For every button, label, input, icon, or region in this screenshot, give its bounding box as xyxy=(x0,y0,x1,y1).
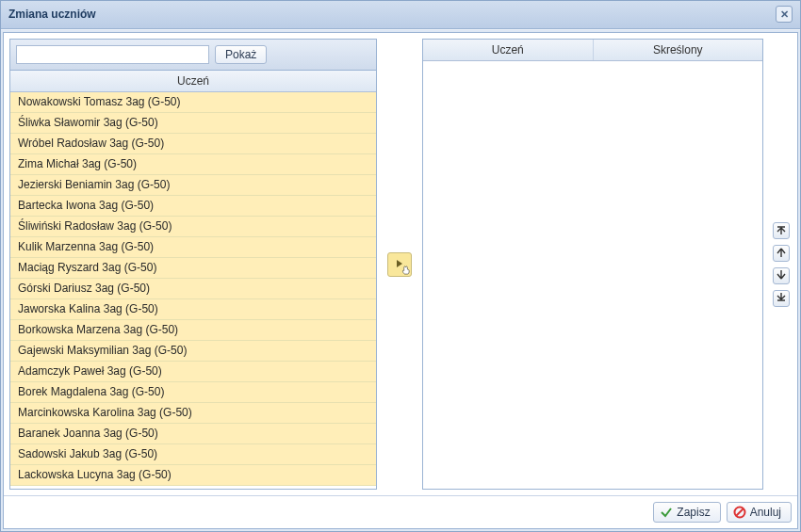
list-item[interactable]: Śliwka Sławomir 3ag (G-50) xyxy=(10,113,376,134)
arrow-up-icon xyxy=(776,248,786,259)
arrow-bottom-icon xyxy=(776,293,786,304)
left-rows: Nowakowski Tomasz 3ag (G-50)Śliwka Sławo… xyxy=(10,92,376,489)
svg-line-1 xyxy=(736,509,743,516)
move-bottom-button[interactable] xyxy=(773,290,790,307)
left-headers: Uczeń xyxy=(10,71,376,92)
check-icon xyxy=(660,506,673,519)
footer: Zapisz Anuluj xyxy=(4,495,797,528)
list-item[interactable]: Lackowska Lucyna 3ag (G-50) xyxy=(10,465,376,486)
chevron-right-icon xyxy=(395,258,404,271)
arrow-top-icon xyxy=(776,225,786,236)
cancel-icon xyxy=(733,506,746,519)
list-item[interactable]: Jezierski Beniamin 3ag (G-50) xyxy=(10,175,376,196)
right-header-uczen[interactable]: Uczeń xyxy=(423,40,594,60)
body: Pokaż Uczeń Nowakowski Tomasz 3ag (G-50)… xyxy=(3,32,798,529)
content: Pokaż Uczeń Nowakowski Tomasz 3ag (G-50)… xyxy=(4,33,797,495)
move-up-button[interactable] xyxy=(773,245,790,262)
search-input[interactable] xyxy=(16,45,209,64)
list-item[interactable]: Kulik Marzenna 3ag (G-50) xyxy=(10,237,376,258)
list-item[interactable]: Bartecka Iwona 3ag (G-50) xyxy=(10,196,376,217)
body-outer: Pokaż Uczeń Nowakowski Tomasz 3ag (G-50)… xyxy=(1,29,800,531)
show-button[interactable]: Pokaż xyxy=(215,45,267,64)
list-item[interactable]: Jaworska Kalina 3ag (G-50) xyxy=(10,299,376,320)
reorder-buttons xyxy=(773,39,792,490)
middle-column xyxy=(386,39,413,490)
list-item[interactable]: Nowakowski Tomasz 3ag (G-50) xyxy=(10,92,376,113)
close-button[interactable]: ✕ xyxy=(776,6,793,23)
list-item[interactable]: Maciąg Ryszard 3ag (G-50) xyxy=(10,258,376,279)
cancel-button[interactable]: Anuluj xyxy=(727,502,792,523)
list-item[interactable]: Marcinkowska Karolina 3ag (G-50) xyxy=(10,403,376,424)
move-right-button[interactable] xyxy=(387,252,412,277)
list-item[interactable]: Borek Magdalena 3ag (G-50) xyxy=(10,382,376,403)
list-item[interactable]: Śliwiński Radosław 3ag (G-50) xyxy=(10,217,376,237)
list-item[interactable]: Adamczyk Paweł 3ag (G-50) xyxy=(10,362,376,382)
list-item[interactable]: Gajewski Maksymilian 3ag (G-50) xyxy=(10,341,376,362)
right-headers: Uczeń Skreślony xyxy=(423,40,762,61)
arrow-down-icon xyxy=(776,270,786,282)
list-item[interactable]: Baranek Joanna 3ag (G-50) xyxy=(10,424,376,444)
dialog-window: Zmiana uczniów ✕ Pokaż Uczeń Nowakowski … xyxy=(0,0,801,532)
cancel-label: Anuluj xyxy=(750,506,781,519)
right-panel: Uczeń Skreślony xyxy=(422,39,763,490)
save-label: Zapisz xyxy=(677,506,710,519)
list-item[interactable]: Borkowska Marzena 3ag (G-50) xyxy=(10,320,376,341)
list-item[interactable]: Wróbel Radosław 3ag (G-50) xyxy=(10,134,376,154)
list-item[interactable]: Górski Dariusz 3ag (G-50) xyxy=(10,279,376,299)
right-rows xyxy=(423,61,762,489)
close-icon: ✕ xyxy=(780,8,789,21)
titlebar: Zmiana uczniów ✕ xyxy=(1,1,800,29)
window-title: Zmiana uczniów xyxy=(8,8,96,21)
move-down-button[interactable] xyxy=(773,267,790,284)
save-button[interactable]: Zapisz xyxy=(653,502,720,523)
list-item[interactable]: Zima Michał 3ag (G-50) xyxy=(10,154,376,175)
right-header-skreslony[interactable]: Skreślony xyxy=(594,40,763,60)
left-panel: Pokaż Uczeń Nowakowski Tomasz 3ag (G-50)… xyxy=(9,39,377,490)
list-item[interactable]: Sadowski Jakub 3ag (G-50) xyxy=(10,444,376,465)
move-top-button[interactable] xyxy=(773,222,790,239)
left-toolbar: Pokaż xyxy=(10,40,376,71)
left-header-uczen[interactable]: Uczeń xyxy=(10,71,376,91)
